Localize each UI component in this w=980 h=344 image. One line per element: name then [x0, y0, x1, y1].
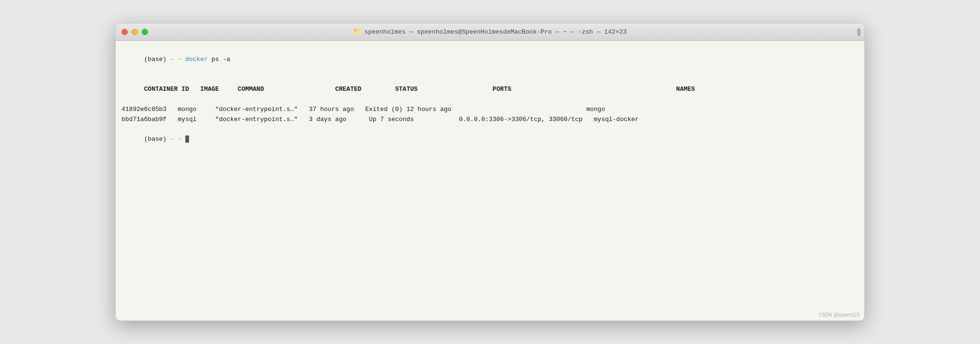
scrollbar-thumb[interactable]	[858, 28, 860, 36]
close-button[interactable]	[122, 29, 128, 35]
column-headers: CONTAINER ID IMAGE COMMAND CREATED STATU…	[144, 86, 695, 93]
title-bar: 📁 speenholmes — speenholmes@SpeenHolmesd…	[116, 24, 864, 41]
row2-ports: 0.0.0.0:3306->3306/tcp, 33060/tcp	[459, 116, 582, 123]
prompt-base-2: (base)	[144, 135, 167, 143]
prompt-tilde-1: ~	[178, 56, 182, 63]
row1-command: "docker-entrypoint.s…"	[215, 106, 298, 113]
prompt-arrow-1: →	[167, 56, 178, 63]
prompt-base-1: (base)	[144, 56, 167, 63]
minimize-button[interactable]	[132, 29, 138, 35]
command-line-1: (base) → ~ docker ps -a	[122, 45, 858, 74]
prompt-tilde-2: ~	[178, 135, 182, 143]
row2-image: mysql	[178, 116, 196, 123]
command-args: ps -a	[208, 56, 230, 63]
terminal-window: 📁 speenholmes — speenholmes@SpeenHolmesd…	[115, 23, 865, 321]
terminal-body[interactable]: (base) → ~ docker ps -a CONTAINER ID IMA…	[116, 41, 864, 320]
row1-created: 37 hours ago	[309, 106, 354, 113]
row1-status: Exited (0) 12 hours ago	[365, 106, 451, 113]
cursor: █	[185, 135, 189, 143]
row1-name: mongo	[586, 106, 605, 113]
window-title: 📁 speenholmes — speenholmes@SpeenHolmesd…	[353, 28, 626, 36]
watermark: CSDN @speen123	[819, 312, 859, 318]
table-row-2: bbd71a6bab9f mysql "docker-entrypoint.s……	[122, 115, 858, 125]
prompt-arrow-2: →	[167, 135, 178, 143]
table-header: CONTAINER ID IMAGE COMMAND CREATED STATU…	[122, 74, 858, 104]
row1-id: 41892e6c85b3	[122, 106, 167, 113]
command-line-2: (base) → ~ █	[122, 124, 858, 154]
maximize-button[interactable]	[142, 29, 148, 35]
row2-status: Up 7 seconds	[369, 116, 414, 123]
row2-id: bbd71a6bab9f	[122, 116, 167, 123]
table-row-1: 41892e6c85b3 mongo "docker-entrypoint.s……	[122, 105, 858, 115]
title-label: speenholmes — speenholmes@SpeenHolmesdeM…	[364, 28, 626, 36]
folder-icon: 📁	[353, 28, 361, 36]
traffic-lights	[122, 29, 148, 35]
row2-command: "docker-entrypoint.s…"	[215, 116, 298, 123]
row2-created: 3 days ago	[309, 116, 346, 123]
row2-name: mysql-docker	[594, 116, 639, 123]
row1-image: mongo	[178, 106, 196, 113]
command-docker: docker	[185, 56, 208, 63]
